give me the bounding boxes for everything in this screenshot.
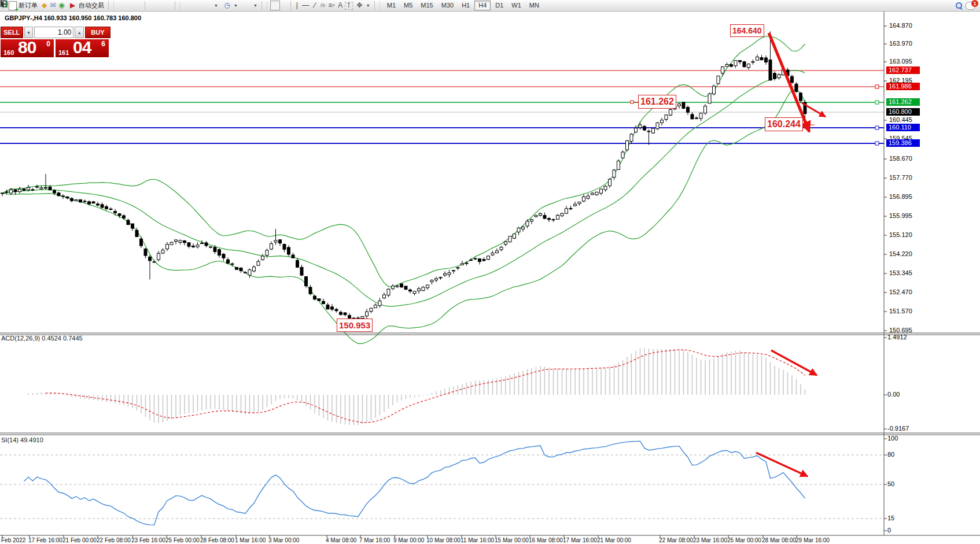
candle-body (270, 244, 273, 249)
candle-body (114, 212, 117, 213)
candle-body (578, 202, 581, 203)
time-axis-label: 29 Mar 16:00 (795, 537, 830, 543)
candle-body (135, 230, 138, 236)
time-axis-label: 22 Feb 08:00 (97, 537, 131, 543)
candle-body (665, 115, 668, 120)
price-axis-label: 164.870 (889, 22, 912, 29)
callout-handle (631, 101, 633, 103)
candle-body (795, 84, 798, 91)
candle-body (747, 64, 750, 68)
candle-body (539, 213, 542, 215)
price-callout[interactable]: 160.244 (765, 117, 803, 131)
candle-body (366, 312, 369, 316)
candle-body (687, 107, 690, 112)
price-axis-badge-black: 160.800 (886, 108, 920, 116)
candle-body (331, 307, 334, 309)
candle-body (31, 190, 34, 190)
candle-body (213, 247, 216, 252)
candle-body (765, 58, 768, 62)
candle-body (413, 291, 416, 294)
buy-price-pips: 04 (73, 38, 91, 57)
price-axis-label: 163.095 (889, 58, 912, 65)
sell-button[interactable]: SELL (1, 27, 23, 38)
candle-body (305, 276, 308, 286)
price-callout[interactable]: 161.262 (638, 95, 676, 109)
candle-body (760, 58, 763, 60)
volume-decrease-button[interactable]: ▼ (24, 27, 34, 38)
buy-button[interactable]: BUY (85, 27, 110, 38)
price-axis-label: 151.570 (889, 308, 912, 315)
candle-body (513, 234, 516, 239)
candle-body (426, 285, 429, 288)
candle-body (79, 199, 82, 202)
candle-body (253, 267, 256, 271)
candle-body (118, 214, 121, 216)
time-axis-label: 7 Mar 16:00 (359, 537, 390, 543)
trend-arrow (771, 350, 817, 375)
candle-body (522, 227, 525, 230)
volume-increase-button[interactable]: ▲ (75, 27, 84, 38)
candle-body (40, 188, 43, 189)
candle-body (400, 284, 403, 287)
candle-body (127, 220, 130, 225)
candle-body (101, 205, 104, 208)
candle-body (535, 216, 537, 217)
candle-body (209, 247, 212, 247)
candle-body (14, 190, 17, 192)
candle-body (561, 213, 563, 216)
candle-body (283, 244, 286, 249)
candle-body (97, 204, 100, 205)
candle-body (730, 65, 733, 66)
candle-body (1, 193, 4, 194)
candle-body (166, 245, 169, 249)
candle-body (639, 125, 642, 128)
candle-body (583, 197, 585, 201)
candle-body (517, 228, 520, 232)
rsi-axis-label: 100 (887, 435, 898, 442)
symbol-ohlc-line: GBPJPY-,H4 160.933 160.950 160.783 160.8… (5, 14, 141, 21)
price-axis-label: 155.120 (889, 231, 912, 239)
candle-body (422, 287, 425, 291)
candle-body (635, 128, 638, 132)
chart-canvas[interactable] (0, 0, 980, 544)
candle-body (800, 93, 802, 101)
candle-body (430, 280, 433, 282)
candle-body (240, 268, 242, 271)
buy-price-box[interactable]: 161 04 6 (56, 39, 109, 57)
candle-body (144, 249, 147, 256)
candle-body (404, 286, 407, 289)
candle-body (500, 247, 503, 250)
candle-body (374, 305, 377, 308)
candle-body (153, 262, 156, 262)
time-axis-label: 21 Mar 00:00 (597, 537, 631, 543)
candle-body (487, 256, 490, 260)
time-axis-label: 11 Mar 16:00 (460, 537, 494, 543)
line-handle-marker (875, 142, 879, 145)
rsi-axis-label: 80 (887, 451, 894, 458)
candle-body (149, 257, 152, 261)
candle-body (105, 206, 108, 209)
candle-body (36, 187, 39, 187)
sell-price-box[interactable]: 160 80 0 (1, 39, 54, 57)
candle-body (613, 170, 616, 177)
candle-body (452, 271, 455, 271)
candle-body (49, 187, 51, 190)
candle-body (88, 202, 91, 204)
candle-body (235, 267, 238, 269)
price-axis-badge-red: 162.737 (886, 66, 920, 74)
candle-body (504, 242, 507, 245)
candle-body (630, 134, 633, 141)
candle-body (196, 245, 199, 247)
macd-axis-label: 0.00 (887, 391, 900, 398)
time-axis-label: 9 Mar 00:00 (393, 537, 424, 543)
price-callout[interactable]: 150.953 (337, 319, 373, 332)
candle-body (314, 296, 316, 299)
volume-input[interactable] (34, 27, 73, 38)
price-axis-label: 157.770 (889, 174, 912, 182)
price-callout[interactable]: 164.640 (730, 24, 764, 37)
candle-body (773, 73, 776, 79)
candle-body (309, 287, 312, 294)
price-axis-label: 158.670 (889, 155, 912, 162)
candle-body (569, 208, 572, 209)
price-axis-label: 152.470 (889, 288, 912, 296)
